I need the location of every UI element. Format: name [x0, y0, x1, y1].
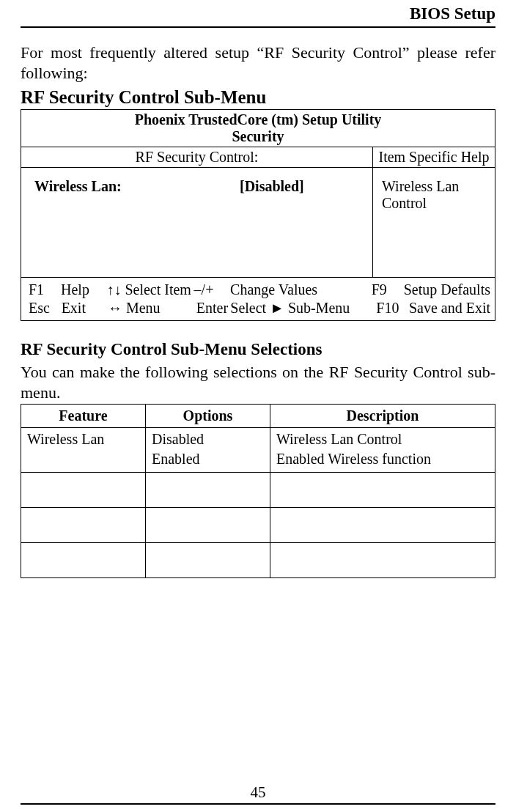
- option-enabled: Enabled: [152, 449, 264, 469]
- bios-body: Wireless Lan: [Disabled] Wireless Lan Co…: [21, 168, 495, 278]
- table-row: Wireless Lan Disabled Enabled Wireless L…: [21, 428, 495, 473]
- cell-empty: [146, 473, 270, 508]
- selections-table: Feature Options Description Wireless Lan…: [21, 404, 495, 578]
- table-row: [21, 473, 495, 508]
- page-footer: 45: [21, 783, 495, 805]
- bios-footer-row-1: F1 Help ↑↓ Select Item –/+ Change Values…: [29, 281, 490, 299]
- section-heading-selections: RF Security Control Sub-Menu Selections: [21, 340, 495, 359]
- key-f10: F10: [376, 299, 409, 317]
- bios-utility-title: Phoenix TrustedCore (tm) Setup Utility: [21, 110, 495, 128]
- bios-setting-row: Wireless Lan: [Disabled]: [21, 168, 373, 277]
- cell-feature: Wireless Lan: [21, 428, 146, 473]
- bios-screen-table: Phoenix TrustedCore (tm) Setup Utility S…: [21, 109, 495, 321]
- cell-description: Wireless Lan Control Enabled Wireless fu…: [270, 428, 495, 473]
- key-minusplus: –/+: [194, 281, 231, 299]
- key-enter-label: Select ► Sub-Menu: [230, 299, 376, 317]
- desc-line-1: Wireless Lan Control: [276, 429, 489, 449]
- cell-empty: [146, 543, 270, 578]
- table-header-row: Feature Options Description: [21, 405, 495, 428]
- key-f1-label: Help: [61, 281, 106, 299]
- bios-right-heading: Item Specific Help: [373, 147, 495, 167]
- key-updown: ↑↓ Select Item: [106, 281, 194, 299]
- cell-empty: [146, 508, 270, 543]
- page-number: 45: [251, 783, 266, 801]
- table-row: [21, 543, 495, 578]
- cell-empty: [270, 543, 495, 578]
- key-f10-label: Save and Exit: [409, 299, 490, 317]
- cell-empty: [21, 508, 146, 543]
- bios-key-footer: F1 Help ↑↓ Select Item –/+ Change Values…: [21, 278, 495, 320]
- cell-empty: [270, 508, 495, 543]
- bios-help-text: Wireless Lan Control: [373, 168, 495, 277]
- key-f9: F9: [372, 281, 404, 299]
- key-f1: F1: [29, 281, 61, 299]
- bios-footer-row-2: Esc Exit ↔ Menu Enter Select ► Sub-Menu …: [29, 299, 490, 317]
- key-enter: Enter: [196, 299, 231, 317]
- key-esc-label: Exit: [62, 299, 108, 317]
- selections-paragraph: You can make the following selections on…: [21, 362, 495, 402]
- section-heading-submenu: RF Security Control Sub-Menu: [21, 87, 495, 108]
- bios-column-headers: RF Security Control: Item Specific Help: [21, 147, 495, 168]
- th-feature: Feature: [21, 405, 146, 428]
- cell-empty: [21, 543, 146, 578]
- bios-tab-security: Security: [21, 128, 495, 147]
- bios-setting-value: [Disabled]: [240, 178, 304, 271]
- key-f9-label: Setup Defaults: [404, 281, 490, 299]
- th-description: Description: [270, 405, 495, 428]
- option-disabled: Disabled: [152, 429, 264, 449]
- page-header: BIOS Setup: [21, 0, 495, 28]
- cell-empty: [270, 473, 495, 508]
- bios-left-heading: RF Security Control:: [21, 147, 373, 167]
- bios-setting-label: Wireless Lan:: [34, 178, 240, 271]
- cell-empty: [21, 473, 146, 508]
- th-options: Options: [146, 405, 270, 428]
- intro-paragraph: For most frequently altered setup “RF Se…: [21, 43, 495, 83]
- key-esc: Esc: [29, 299, 62, 317]
- key-leftright: ↔ Menu: [108, 299, 196, 317]
- key-minusplus-label: Change Values: [230, 281, 372, 299]
- cell-options: Disabled Enabled: [146, 428, 270, 473]
- desc-line-2: Enabled Wireless function: [276, 449, 489, 469]
- table-row: [21, 508, 495, 543]
- header-title: BIOS Setup: [410, 4, 495, 23]
